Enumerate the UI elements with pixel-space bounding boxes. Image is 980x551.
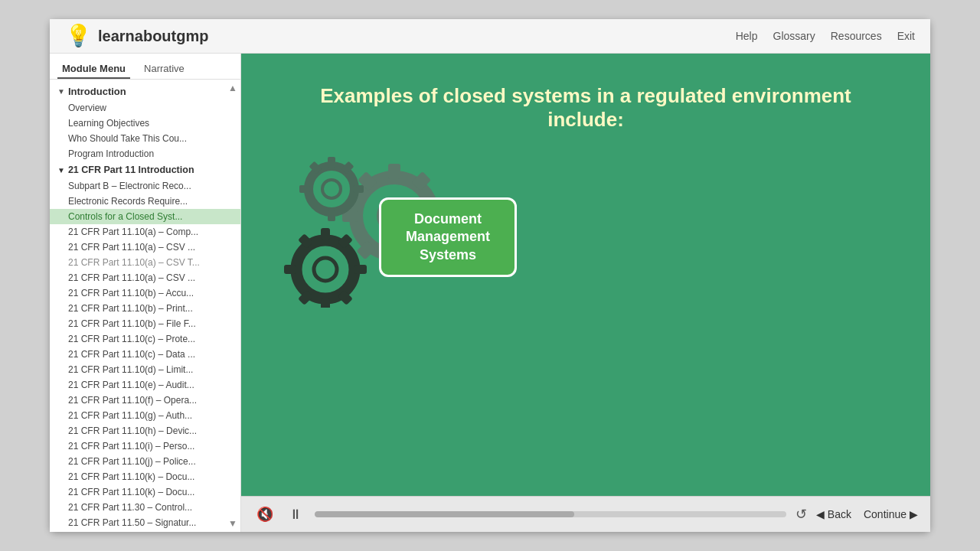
- doc-mgmt-label: Document Management Systems: [379, 197, 517, 277]
- content-area: Examples of closed systems in a regulate…: [241, 54, 930, 532]
- menu-item-11-10c-data[interactable]: 21 CFR Part 11.10(c) – Data ...: [50, 347, 240, 362]
- menu-item-11-30-control[interactable]: 21 CFR Part 11.30 – Control...: [50, 500, 240, 515]
- svg-rect-23: [284, 265, 296, 274]
- sidebar-menu: ▲ ▼ Introduction Overview Learning Objec…: [50, 80, 240, 532]
- section-introduction[interactable]: ▼ Introduction: [50, 83, 240, 100]
- resources-link[interactable]: Resources: [831, 30, 882, 42]
- svg-rect-13: [328, 210, 335, 221]
- svg-rect-20: [321, 228, 330, 240]
- menu-item-who-should-take[interactable]: Who Should Take This Cou...: [50, 131, 240, 146]
- main-content: Module Menu Narrative ▲ ▼ Introduction O…: [50, 54, 930, 532]
- logo-area: 💡 learnaboutgmp: [65, 25, 208, 47]
- menu-item-11-10c-prote[interactable]: 21 CFR Part 11.10(c) – Prote...: [50, 331, 240, 347]
- help-link[interactable]: Help: [736, 30, 758, 42]
- tab-module-menu[interactable]: Module Menu: [57, 60, 130, 79]
- menu-item-11-10i-perso[interactable]: 21 CFR Part 11.10(i) – Perso...: [50, 439, 240, 454]
- back-arrow-icon: ◀: [816, 508, 825, 520]
- menu-item-program-introduction[interactable]: Program Introduction: [50, 146, 240, 161]
- sidebar: Module Menu Narrative ▲ ▼ Introduction O…: [50, 54, 241, 532]
- top-navigation: Help Glossary Resources Exit: [736, 30, 915, 42]
- scroll-up-arrow[interactable]: ▲: [228, 83, 237, 93]
- section-21cfr[interactable]: ▼ 21 CFR Part 11 Introduction: [50, 161, 240, 178]
- sidebar-tabs: Module Menu Narrative: [50, 54, 240, 80]
- menu-item-learning-objectives[interactable]: Learning Objectives: [50, 116, 240, 131]
- slide-area: Examples of closed systems in a regulate…: [241, 54, 930, 496]
- nav-buttons: ◀ Back Continue ▶: [816, 508, 918, 520]
- menu-item-11-10e-audit[interactable]: 21 CFR Part 11.10(e) – Audit...: [50, 377, 240, 393]
- menu-item-11-10k-docu1[interactable]: 21 CFR Part 11.10(k) – Docu...: [50, 469, 240, 484]
- menu-item-11-10b-accu[interactable]: 21 CFR Part 11.10(b) – Accu...: [50, 285, 240, 301]
- menu-item-11-10f-opera[interactable]: 21 CFR Part 11.10(f) – Opera...: [50, 393, 240, 408]
- svg-point-19: [314, 258, 337, 281]
- top-bar: 💡 learnaboutgmp Help Glossary Resources …: [50, 19, 930, 54]
- progress-bar-fill: [315, 511, 574, 517]
- svg-rect-22: [354, 265, 367, 274]
- menu-item-11-10j-police[interactable]: 21 CFR Part 11.10(j) – Police...: [50, 454, 240, 469]
- scroll-down-arrow[interactable]: ▼: [228, 518, 237, 529]
- menu-item-11-10a-comp[interactable]: 21 CFR Part 11.10(a) – Comp...: [50, 224, 240, 240]
- menu-item-11-10b-print[interactable]: 21 CFR Part 11.10(b) – Print...: [50, 301, 240, 316]
- back-button[interactable]: ◀ Back: [816, 508, 851, 520]
- logo-text: learnaboutgmp: [98, 28, 208, 45]
- exit-link[interactable]: Exit: [897, 30, 915, 42]
- svg-rect-15: [299, 185, 310, 193]
- arrow-icon: ▼: [57, 87, 65, 96]
- logo-icon: 💡: [65, 25, 92, 47]
- svg-point-11: [322, 180, 341, 198]
- svg-rect-14: [353, 185, 364, 193]
- tab-narrative[interactable]: Narrative: [139, 60, 189, 79]
- menu-item-controls-closed[interactable]: Controls for a Closed Syst...: [50, 209, 240, 224]
- svg-rect-21: [321, 298, 330, 308]
- menu-item-11-50-signatur[interactable]: 21 CFR Part 11.50 – Signatur...: [50, 515, 240, 530]
- glossary-link[interactable]: Glossary: [773, 30, 815, 42]
- mute-button[interactable]: 🔇: [253, 503, 276, 526]
- reload-button[interactable]: ↺: [795, 506, 807, 523]
- menu-item-11-10a-csv2[interactable]: 21 CFR Part 11.10(a) – CSV ...: [50, 270, 240, 285]
- svg-rect-12: [328, 157, 335, 168]
- menu-item-subpartb[interactable]: Subpart B – Electronic Reco...: [50, 178, 240, 194]
- continue-button[interactable]: Continue ▶: [864, 508, 918, 520]
- pause-button[interactable]: ⏸: [286, 504, 305, 526]
- menu-item-11-10h-devic[interactable]: 21 CFR Part 11.10(h) – Devic...: [50, 423, 240, 439]
- menu-item-11-10k-docu2[interactable]: 21 CFR Part 11.10(k) – Docu...: [50, 484, 240, 500]
- gear-container: Document Management Systems: [279, 147, 494, 300]
- menu-item-overview[interactable]: Overview: [50, 100, 240, 116]
- continue-arrow-icon: ▶: [910, 508, 918, 520]
- slide-title: Examples of closed systems in a regulate…: [279, 84, 892, 132]
- svg-point-18: [296, 240, 354, 298]
- menu-item-11-10a-csv1[interactable]: 21 CFR Part 11.10(a) – CSV ...: [50, 240, 240, 255]
- menu-item-electronic-records[interactable]: Electronic Records Require...: [50, 194, 240, 209]
- menu-item-11-10b-file[interactable]: 21 CFR Part 11.10(b) – File F...: [50, 316, 240, 331]
- menu-item-11-10a-csvt[interactable]: 21 CFR Part 11.10(a) – CSV T...: [50, 255, 240, 270]
- menu-item-11-10d-limit[interactable]: 21 CFR Part 11.10(d) – Limit...: [50, 362, 240, 377]
- progress-bar[interactable]: [315, 511, 786, 517]
- svg-rect-2: [388, 164, 400, 179]
- bottom-controls: 🔇 ⏸ ↺ ◀ Back Continue ▶: [241, 496, 930, 532]
- arrow-icon: ▼: [57, 166, 65, 174]
- menu-item-11-10g-auth[interactable]: 21 CFR Part 11.10(g) – Auth...: [50, 408, 240, 423]
